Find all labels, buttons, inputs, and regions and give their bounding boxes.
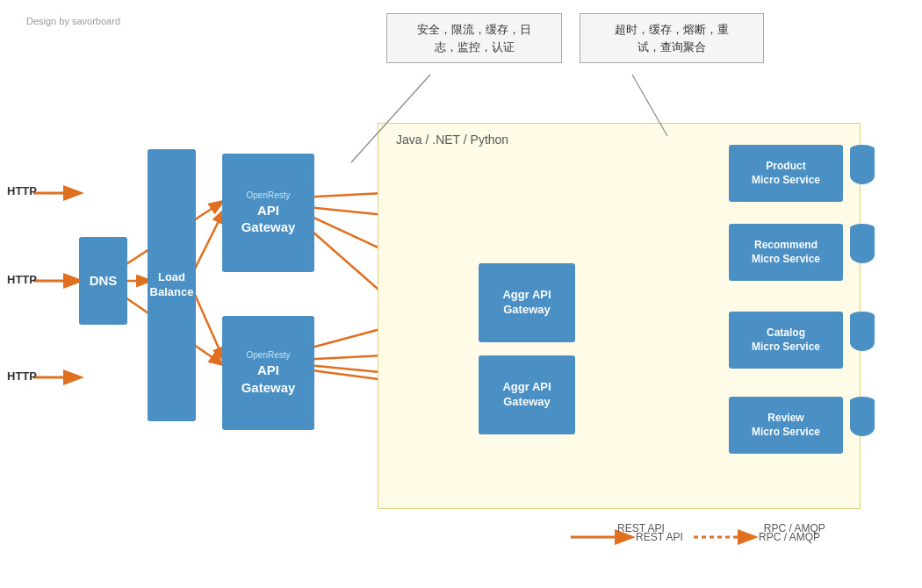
recommend-service-block: RecommendMicro Service (729, 224, 843, 281)
rest-api-label: REST API (636, 531, 683, 543)
http-label-1: HTTP (7, 184, 37, 197)
tooltip-security: 安全，限流，缓存，日 志，监控，认证 (386, 13, 562, 63)
dns-block: DNS (79, 237, 127, 325)
product-service-block: ProductMicro Service (729, 145, 843, 202)
review-db-cylinder (850, 397, 875, 436)
rpc-amqp-label: RPC / AMQP (759, 531, 820, 543)
tooltip-timeout: 超时，缓存，熔断，重 试，查询聚合 (580, 13, 764, 63)
product-db-cylinder (850, 145, 875, 184)
http-label-3: HTTP (7, 369, 37, 383)
api-gateway-1-block: OpenResty APIGateway (222, 154, 314, 272)
api-gateway-2-block: OpenResty APIGateway (222, 316, 314, 430)
java-label: Java / .NET / Python (396, 133, 508, 147)
load-balance-block: Load Balance (148, 149, 196, 421)
watermark: Design by savorboard (26, 16, 120, 26)
catalog-service-block: CatalogMicro Service (729, 312, 843, 369)
review-service-block: ReviewMicro Service (729, 397, 843, 454)
aggr-gateway-1-block: Aggr APIGateway (479, 263, 575, 342)
aggr-gateway-2-block: Aggr APIGateway (479, 355, 575, 434)
catalog-db-cylinder (850, 312, 875, 351)
recommend-db-cylinder (850, 224, 875, 263)
http-label-2: HTTP (7, 273, 37, 286)
